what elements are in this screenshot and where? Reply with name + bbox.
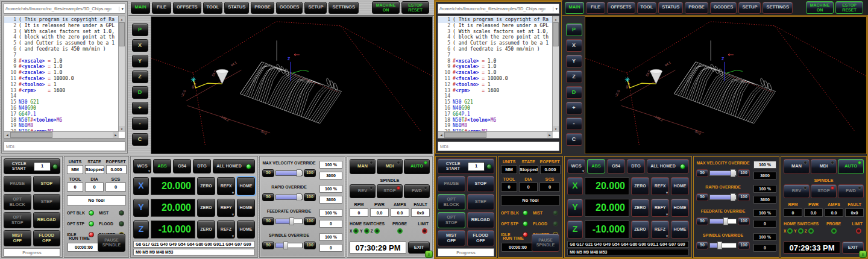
machine-on-button[interactable]: MACHINE ON: [806, 1, 834, 14]
pause-spindle-button[interactable]: PAUSE SPINDLE: [98, 234, 125, 252]
gcode-line[interactable]: 10#<zscale> = 1.0: [438, 70, 553, 76]
menu-tool-button[interactable]: TOOL: [637, 2, 657, 14]
cycle-start-button[interactable]: CYCLE START 1: [4, 158, 60, 174]
menu-offsets-button[interactable]: OFFSETS: [173, 2, 201, 14]
zero-y-button[interactable]: ZERO: [197, 199, 215, 217]
zero-x-button[interactable]: ZERO: [197, 177, 215, 195]
scroll-down-icon[interactable]: ▼: [119, 126, 125, 132]
gcode-line[interactable]: 6( and feedrate is 450 mm/min ): [4, 46, 119, 52]
strip-p-button[interactable]: P: [566, 23, 582, 36]
axis-y-button[interactable]: Y: [567, 199, 583, 217]
axis-z-button[interactable]: Z: [133, 220, 149, 239]
mdi-button[interactable]: MDI: [811, 159, 837, 174]
home-z-button[interactable]: HOME: [671, 220, 689, 239]
man-button[interactable]: MAN: [784, 159, 810, 174]
spindle-rev-button[interactable]: REV: [784, 184, 810, 198]
abs-button[interactable]: ABS: [587, 159, 605, 173]
gcode-line[interactable]: 18N50T#<toolno>M6: [4, 117, 119, 123]
flood-off-button[interactable]: FLOOD OFF: [467, 230, 495, 246]
scroll-up-icon[interactable]: ▲: [119, 16, 125, 22]
stop-button[interactable]: STOP: [467, 176, 495, 192]
max-velocity-min-button[interactable]: 50: [696, 169, 708, 177]
mist-off-button[interactable]: MIST OFF: [4, 230, 31, 246]
mdi-button[interactable]: MDI: [377, 159, 403, 174]
gcode-line[interactable]: 3( With scales factors set at 1.0,: [438, 29, 553, 35]
axis-z-button[interactable]: Z: [567, 220, 583, 239]
gcode-preview[interactable]: 94.1 59.0 40.5 -10.5 103.2 50.0 Z: [585, 16, 867, 154]
scroll-down-icon[interactable]: ▼: [553, 126, 559, 132]
ref-y-button[interactable]: REFY▾: [217, 199, 235, 217]
stop-button[interactable]: STOP: [33, 176, 61, 192]
feedrate-max-button[interactable]: 100: [304, 217, 316, 225]
wcs-button[interactable]: WCS ▾: [133, 159, 151, 173]
strip-z-button[interactable]: Z: [132, 70, 148, 83]
gcode-line[interactable]: 14: [438, 93, 553, 99]
vertical-scrollbar[interactable]: ▲ ▼: [118, 16, 125, 132]
home-x-button[interactable]: HOME: [671, 177, 689, 195]
zero-z-button[interactable]: ZERO: [197, 220, 215, 239]
vertical-scroll-thumb[interactable]: [553, 22, 559, 46]
file-path-combo[interactable]: /home/chris/linuxcnc/nc_files/examples/3…: [4, 4, 125, 14]
strip-p-button[interactable]: P: [132, 23, 148, 36]
gcode-line[interactable]: 9#<yscale> = 1.0: [438, 64, 553, 70]
reload-button[interactable]: RELOAD: [33, 212, 61, 228]
strip-x-button[interactable]: X: [132, 39, 148, 52]
horizontal-scroll-thumb[interactable]: [444, 132, 486, 138]
menu-settings-button[interactable]: SETTINGS: [763, 2, 793, 14]
dtg-button[interactable]: DTG: [627, 159, 645, 173]
opt-stop-button[interactable]: OPT STOP: [438, 212, 465, 228]
gcode-line[interactable]: 18N50T#<toolno>M6: [438, 117, 553, 123]
mdi-input[interactable]: [4, 142, 125, 151]
man-button[interactable]: MAN: [350, 159, 376, 174]
opt-block-button[interactable]: OPT BLOCK: [438, 194, 465, 210]
zero-x-button[interactable]: ZERO: [631, 177, 649, 195]
file-path-combo[interactable]: /home/chris/linuxcnc/nc_files/examples/3…: [438, 4, 559, 14]
mdi-input[interactable]: [438, 142, 559, 151]
scroll-right-icon[interactable]: ▶: [113, 132, 119, 138]
max-velocity-min-button[interactable]: 50: [262, 169, 274, 177]
gcode-listing[interactable]: 1( This program is copyright of Ra2( It …: [438, 16, 559, 139]
gcode-line[interactable]: 11#<fscale> = 10000.0: [438, 76, 553, 82]
gcode-line[interactable]: 12#<toolno> = 1: [438, 82, 553, 88]
opt-block-button[interactable]: OPT BLOCK: [4, 194, 31, 210]
menu-main-button[interactable]: MAIN: [131, 2, 150, 14]
auto-button[interactable]: AUTO: [404, 159, 430, 174]
mist-off-button[interactable]: MIST OFF: [438, 230, 465, 246]
horizontal-scrollbar[interactable]: ◀ ▶: [4, 131, 119, 138]
menu-probe-button[interactable]: PROBE: [251, 2, 274, 14]
spindle-rev-button[interactable]: REV: [350, 184, 376, 198]
gcode-line[interactable]: 3( With scales factors set at 1.0,: [4, 29, 119, 35]
menu-file-button[interactable]: FILE: [152, 2, 171, 14]
spindle-fwd-button[interactable]: FWD: [404, 184, 430, 198]
pause-button[interactable]: PAUSE: [438, 176, 465, 192]
rapid-max-button[interactable]: 100: [304, 193, 316, 201]
feedrate-min-button[interactable]: 50: [262, 217, 274, 225]
gcode-preview[interactable]: 94.1 59.0 40.5 -10.5 103.2 50.0 Z: [151, 16, 433, 154]
home-y-button[interactable]: HOME: [237, 199, 255, 217]
step-button[interactable]: STEP: [33, 194, 61, 210]
menu-tool-button[interactable]: TOOL: [203, 2, 223, 14]
strip-clear-button[interactable]: C: [132, 133, 148, 146]
gcode-line[interactable]: 1( This program is copyright of Ra: [4, 17, 119, 23]
rapid-slider[interactable]: [275, 195, 303, 200]
scroll-right-icon[interactable]: ▶: [547, 132, 553, 138]
strip-clear-button[interactable]: C: [566, 133, 582, 146]
cycle-count-box[interactable]: 1: [34, 162, 51, 171]
horizontal-scroll-thumb[interactable]: [10, 132, 52, 138]
zero-y-button[interactable]: ZERO: [631, 199, 649, 217]
pause-button[interactable]: PAUSE: [4, 176, 31, 192]
spindle-slider[interactable]: [709, 243, 737, 248]
tray-info-icon[interactable]: i: [859, 251, 867, 258]
strip-y-button[interactable]: Y: [132, 55, 148, 67]
gcode-line[interactable]: 13#<rpm> = 1600: [4, 88, 119, 94]
gcode-line[interactable]: 5( and Cutter is assumed to be a 1: [4, 40, 119, 46]
feedrate-max-button[interactable]: 100: [738, 217, 750, 225]
menu-main-button[interactable]: MAIN: [565, 2, 584, 14]
home-y-button[interactable]: HOME: [671, 199, 689, 217]
menu-gcodes-button[interactable]: GCODES: [710, 2, 737, 14]
dtg-button[interactable]: DTG: [193, 159, 211, 173]
strip-y-button[interactable]: Y: [566, 55, 582, 67]
ref-z-button[interactable]: REFZ▾: [651, 220, 669, 239]
max-velocity-max-button[interactable]: 100: [738, 169, 750, 177]
menu-offsets-button[interactable]: OFFSETS: [607, 2, 635, 14]
